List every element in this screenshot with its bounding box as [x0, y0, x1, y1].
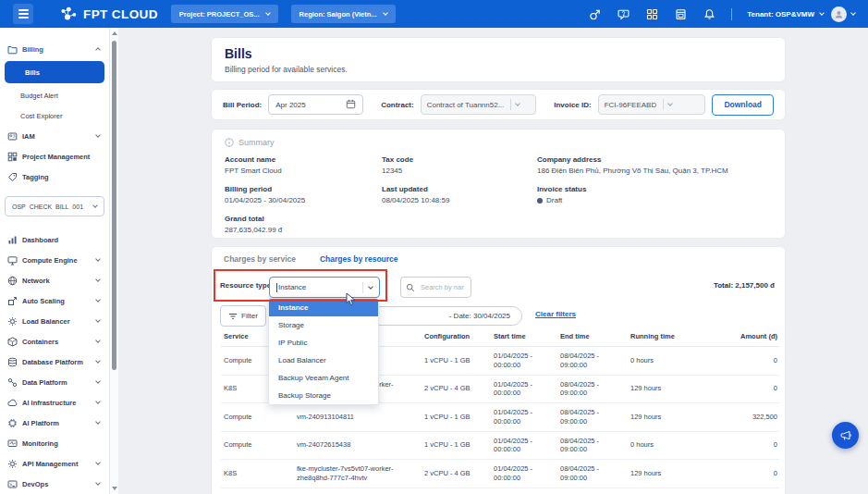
- info-icon: [225, 138, 234, 147]
- cell-configuration: 1 vCPU - 1 GB: [422, 347, 491, 376]
- chevron-down-icon: [850, 10, 856, 16]
- fpt-cloud-logo: FPT CLOUD: [59, 6, 158, 22]
- id-badge-icon: [7, 131, 18, 142]
- resource-type-dropdown: Instance Storage IP Public Load Balancer…: [268, 298, 379, 405]
- notifications-bell-icon[interactable]: [703, 7, 716, 21]
- clear-filters-link[interactable]: Clear filters: [535, 310, 576, 318]
- col-amount: Amount (đ): [711, 327, 779, 347]
- sidebar-scrollbar[interactable]: [109, 28, 118, 494]
- project-selector[interactable]: Project: PROJECT_OS...: [171, 5, 278, 23]
- apps-grid-icon[interactable]: [645, 7, 659, 21]
- scroll-up-arrow[interactable]: [112, 31, 117, 35]
- hamburger-menu-icon[interactable]: [13, 4, 33, 24]
- menu-icon: [7, 418, 18, 428]
- tab-charges-by-service[interactable]: Charges by service: [224, 254, 296, 264]
- invoice-id-select[interactable]: FCI-96FEEABD: [598, 94, 706, 115]
- chevron-down-icon: [95, 419, 101, 425]
- table-row[interactable]: K8S fke-mycluster-7vs5vt07-worker-zhe8q8…: [221, 460, 779, 488]
- tenant-selector[interactable]: Tenant: OSP&VMW: [747, 10, 824, 19]
- sidebar-item-cost-explorer[interactable]: Cost Explorer: [0, 105, 109, 126]
- dropdown-option-backup-veeam-agent[interactable]: Backup Veeam Agent: [269, 369, 378, 387]
- cell-amount: 0: [711, 460, 779, 488]
- menu-icon: [7, 357, 18, 367]
- document-icon[interactable]: [674, 7, 688, 21]
- summary-field-billing-period: Billing period 01/04/2025 - 30/04/2025: [225, 185, 382, 204]
- cell-resource-name: vm-240725111837: [294, 488, 422, 494]
- scrollbar-thumb[interactable]: [112, 41, 116, 370]
- table-row[interactable]: Compute vm-24072615438 1 vCPU - 1 GB 01/…: [221, 431, 779, 460]
- sidebar-item-devops[interactable]: DevOps: [0, 474, 109, 494]
- filter-button[interactable]: Filter: [220, 305, 266, 327]
- resource-type-label: Resource type:: [220, 281, 274, 290]
- topbar-divider: [731, 8, 732, 20]
- contract-select[interactable]: Contract of Tuannn52...: [421, 94, 537, 115]
- menu-icon: [7, 337, 18, 347]
- project-select[interactable]: OSP_CHECK_BILL_001: [5, 196, 104, 216]
- resource-type-select[interactable]: Instance: [269, 277, 380, 298]
- dropdown-option-storage[interactable]: Storage: [269, 316, 378, 334]
- chevron-down-icon: [515, 101, 520, 106]
- sidebar-item-ai-infrastructure[interactable]: AI Infrastructure: [0, 392, 109, 413]
- bill-period-value[interactable]: [275, 101, 342, 109]
- sidebar-item-network[interactable]: Network: [0, 270, 109, 290]
- table-row[interactable]: Compute vm-240913104811 1 vCPU - 1 GB 01…: [221, 403, 779, 432]
- announcement-fab[interactable]: [832, 422, 859, 449]
- chevron-down-icon: [95, 460, 101, 465]
- sidebar-item-iam[interactable]: IAM: [0, 126, 109, 146]
- chevron-down-icon: [368, 284, 373, 290]
- megaphone-icon: [839, 429, 852, 442]
- calendar-icon[interactable]: [346, 99, 356, 111]
- sidebar-item-compute-engine[interactable]: Compute Engine: [0, 250, 109, 270]
- chevron-down-icon: [95, 399, 101, 404]
- sidebar-item-ai-platform[interactable]: AI Platform: [0, 413, 109, 433]
- menu-icon: [7, 377, 18, 388]
- search-box[interactable]: [400, 277, 471, 298]
- filter-icon: [228, 312, 238, 321]
- cell-start-time: 01/04/2025 - 00:00:00: [491, 460, 557, 488]
- search-input[interactable]: [419, 282, 466, 292]
- bill-period-input[interactable]: [268, 94, 363, 115]
- sidebar-item-tagging[interactable]: Tagging: [0, 167, 109, 187]
- download-button[interactable]: Download: [712, 94, 774, 116]
- sidebar-item-bills[interactable]: Bills: [5, 61, 104, 83]
- summary-card: Summary Account name FPT Smart Cloud Tax…: [211, 129, 786, 239]
- user-menu[interactable]: [831, 6, 855, 22]
- cell-running-time: 129 hours: [628, 460, 711, 488]
- sidebar-item-project-management[interactable]: Project Management: [0, 146, 109, 167]
- sidebar-menu: Dashboard Compute Engine Network Auto Sc…: [0, 229, 109, 494]
- tag-icon: [7, 172, 18, 182]
- dropdown-option-backup-storage[interactable]: Backup Storage: [269, 387, 378, 404]
- tab-charges-by-resource[interactable]: Charges by resource: [320, 254, 398, 264]
- col-start-time: Start time: [491, 327, 557, 347]
- scroll-down-arrow[interactable]: [112, 487, 117, 490]
- region-selector[interactable]: Region: Saigon (Vietn...: [291, 5, 396, 23]
- chevron-down-icon: [95, 378, 101, 384]
- dropdown-option-ip-public[interactable]: IP Public: [269, 334, 378, 352]
- topbar: FPT CLOUD Project: PROJECT_OS... Region:…: [0, 0, 868, 28]
- dropdown-option-instance[interactable]: Instance: [269, 299, 378, 316]
- cell-service: K8S: [221, 460, 294, 488]
- menu-icon: [7, 316, 18, 327]
- male-symbol-icon[interactable]: [588, 7, 602, 21]
- sidebar: Billing Bills Budget Alert Cost Explorer…: [0, 28, 109, 494]
- support-chat-icon[interactable]: [617, 7, 630, 21]
- sidebar-item-api-management[interactable]: API Management: [0, 453, 109, 474]
- sidebar-item-billing[interactable]: Billing: [0, 39, 109, 59]
- chevron-down-icon: [95, 317, 101, 323]
- sidebar-item-budget-alert[interactable]: Budget Alert: [0, 85, 109, 105]
- sidebar-item-dashboard[interactable]: Dashboard: [0, 229, 109, 250]
- table-row[interactable]: Compute vm-240725111837 1 vCPU - 1 GB 01…: [221, 488, 779, 494]
- cell-running-time: 129 hours: [628, 403, 711, 432]
- chevron-down-icon: [95, 338, 101, 343]
- sidebar-item-monitoring[interactable]: Monitoring: [0, 433, 109, 453]
- cell-end-time: 08/04/2025 - 09:00:00: [557, 347, 628, 376]
- sidebar-item-data-platform[interactable]: Data Platform: [0, 372, 109, 392]
- dropdown-option-load-balancer[interactable]: Load Balancer: [269, 352, 378, 369]
- chevron-down-icon: [95, 358, 101, 364]
- sidebar-item-auto-scaling[interactable]: Auto Scaling: [0, 290, 109, 311]
- chevron-down-icon: [95, 480, 101, 486]
- cell-running-time: 129 hours: [628, 375, 711, 403]
- sidebar-item-database-platform[interactable]: Database Platform: [0, 352, 109, 372]
- sidebar-item-containers[interactable]: Containers: [0, 331, 109, 352]
- sidebar-item-load-balancer[interactable]: Load Balancer: [0, 311, 109, 331]
